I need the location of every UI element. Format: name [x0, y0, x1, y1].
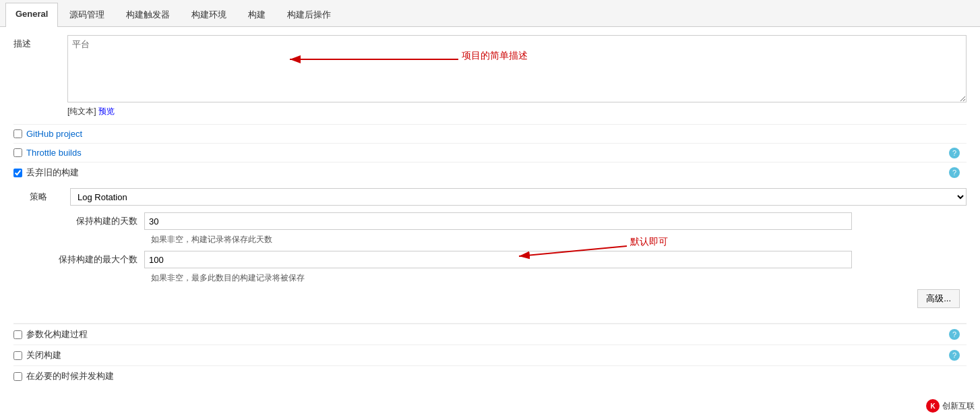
- concurrent-build-checkbox[interactable]: [13, 372, 22, 381]
- discard-old-label: 丢弃旧的构建: [26, 167, 79, 179]
- keep-days-input[interactable]: [144, 212, 852, 230]
- strategy-label: 策略: [30, 191, 70, 203]
- watermark: K 创新互联: [926, 399, 975, 413]
- tab-general[interactable]: General: [5, 3, 58, 27]
- keep-max-row: 保持构建的最大个数: [30, 251, 967, 268]
- discard-old-help-icon[interactable]: ?: [949, 167, 960, 178]
- advanced-button[interactable]: 高级...: [917, 289, 960, 308]
- preview-link[interactable]: 预览: [98, 107, 115, 116]
- keep-max-hint: 如果非空，最多此数目的构建记录将被保存: [30, 272, 967, 284]
- concurrent-build-label: 在必要的时候并发构建: [26, 370, 114, 382]
- description-textarea[interactable]: 平台: [67, 35, 967, 102]
- tab-env[interactable]: 构建环境: [181, 3, 237, 26]
- keep-days-row: 保持构建的天数: [30, 212, 967, 230]
- github-project-row: GitHub project: [13, 124, 967, 143]
- main-container: General 源码管理 构建触发器 构建环境 构建 构建后操作 描述 平台 […: [0, 0, 980, 418]
- throttle-builds-row: Throttle builds ?: [13, 143, 967, 162]
- parametrize-label: 参数化构建过程: [26, 328, 88, 340]
- parametrize-help-icon[interactable]: ?: [949, 329, 960, 340]
- disable-build-label: 关闭构建: [26, 349, 61, 361]
- throttle-builds-label[interactable]: Throttle builds: [26, 148, 82, 158]
- description-row: 描述 平台 [纯文本] 预览: [13, 35, 967, 117]
- discard-section: 策略 Log Rotation 保持构建的天数 如果非空，构建记录将保存此天数 …: [13, 183, 967, 314]
- disable-build-row: 关闭构建 ?: [13, 345, 967, 365]
- parametrize-checkbox[interactable]: [13, 330, 22, 339]
- keep-max-input[interactable]: [144, 251, 852, 268]
- throttle-builds-help-icon[interactable]: ?: [949, 148, 960, 158]
- keep-days-hint: 如果非空，构建记录将保存此天数: [30, 234, 967, 245]
- keep-days-label: 保持构建的天数: [57, 215, 144, 227]
- tab-trigger[interactable]: 构建触发器: [116, 3, 180, 26]
- github-project-checkbox[interactable]: [13, 129, 22, 138]
- plaintext-label: [纯文本]: [67, 107, 96, 116]
- throttle-builds-checkbox[interactable]: [13, 148, 22, 157]
- tab-source[interactable]: 源码管理: [59, 3, 115, 26]
- description-field-content: 平台 [纯文本] 预览: [67, 35, 967, 117]
- disable-build-checkbox[interactable]: [13, 351, 22, 360]
- parametrize-row: 参数化构建过程 ?: [13, 324, 967, 345]
- concurrent-build-row: 在必要的时候并发构建: [13, 365, 967, 386]
- tab-post[interactable]: 构建后操作: [277, 3, 341, 26]
- strategy-select[interactable]: Log Rotation: [70, 188, 967, 206]
- bottom-checkboxes: 参数化构建过程 ? 关闭构建 ? 在必要的时候并发构建: [13, 323, 967, 386]
- discard-old-checkbox[interactable]: [13, 169, 22, 177]
- advanced-btn-row: 高级...: [30, 289, 967, 308]
- strategy-row: 策略 Log Rotation: [30, 188, 967, 206]
- tab-build[interactable]: 构建: [238, 3, 276, 26]
- keep-max-label: 保持构建的最大个数: [57, 253, 144, 266]
- watermark-text: 创新互联: [942, 400, 975, 412]
- textarea-links: [纯文本] 预览: [67, 106, 967, 117]
- description-label: 描述: [13, 35, 67, 50]
- github-project-label[interactable]: GitHub project: [26, 129, 82, 139]
- tab-bar: General 源码管理 构建触发器 构建环境 构建 构建后操作: [0, 0, 980, 27]
- discard-old-row: 丢弃旧的构建 ?: [13, 162, 967, 183]
- content-area: 描述 平台 [纯文本] 预览 项目的简单描述: [0, 27, 980, 394]
- disable-build-help-icon[interactable]: ?: [949, 350, 960, 361]
- watermark-icon: K: [926, 399, 940, 413]
